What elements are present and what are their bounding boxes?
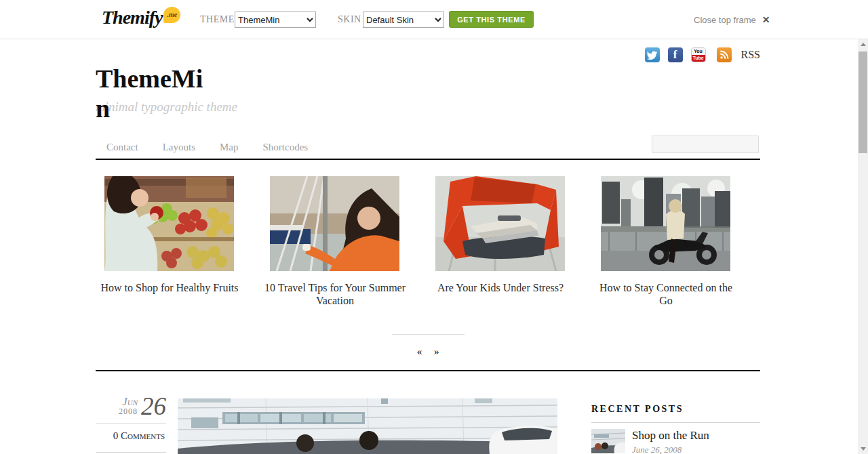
comments-label: Comments bbox=[121, 430, 165, 441]
motorcycle-city-illustration bbox=[601, 176, 730, 271]
post-title-link[interactable]: How to Shop for Healthy Fruits bbox=[98, 281, 241, 294]
post-thumbnail-woman-sailboat[interactable] bbox=[270, 176, 399, 271]
carousel-prev-button[interactable]: « bbox=[417, 346, 422, 357]
theme-select[interactable]: ThemeMin bbox=[235, 12, 316, 28]
themify-demo-page: Themify.me THEME ThemeMin SKIN Default S… bbox=[0, 0, 868, 454]
twitter-bird-glyph bbox=[647, 51, 657, 60]
nav-item-contact[interactable]: Contact bbox=[106, 142, 138, 153]
theme-preview-frame: f You Tube RSS ThemeMin minimal typograp… bbox=[0, 39, 858, 454]
carousel-pagination: « » bbox=[96, 346, 760, 358]
carousel-next-button[interactable]: » bbox=[434, 346, 439, 357]
down-triangle-icon bbox=[861, 447, 866, 451]
carousel-item: Are Your Kids Under Stress? bbox=[435, 176, 565, 294]
social-icons-row: f You Tube RSS bbox=[645, 47, 760, 62]
themify-logo[interactable]: Themify.me bbox=[102, 7, 179, 30]
post-date-year: 2008 bbox=[119, 407, 138, 416]
post-date: Jun 2008 26 bbox=[96, 394, 166, 419]
street-scene-thumb-illustration bbox=[591, 429, 625, 453]
nav-item-shortcodes[interactable]: Shortcodes bbox=[262, 142, 308, 153]
sidebar-divider bbox=[591, 422, 760, 423]
site-title-line2: n bbox=[96, 95, 110, 122]
building-illustration bbox=[178, 398, 557, 454]
site-tagline: minimal typographic theme bbox=[96, 100, 237, 115]
site-content: f You Tube RSS ThemeMin minimal typograp… bbox=[96, 39, 760, 454]
comments-count: 0 bbox=[113, 430, 119, 441]
recent-post-item: Shop on the Run June 26, 2008 bbox=[591, 429, 760, 454]
get-this-theme-button[interactable]: GET THIS THEME bbox=[449, 11, 534, 28]
themify-me-badge-icon: .me bbox=[163, 7, 180, 23]
recent-post-thumbnail[interactable] bbox=[591, 429, 625, 453]
post-title-link[interactable]: 10 Travel Tips for Your Summer Vacation bbox=[264, 281, 406, 307]
top-demo-bar: Themify.me THEME ThemeMin SKIN Default S… bbox=[0, 0, 868, 39]
carousel-item: How to Stay Connected on the Go bbox=[601, 176, 730, 307]
youtube-tube-glyph: Tube bbox=[692, 55, 705, 62]
post-thumbnail-woman-shopping-fruits[interactable] bbox=[104, 176, 234, 271]
facebook-f-glyph: f bbox=[673, 47, 677, 62]
section-divider bbox=[96, 370, 760, 371]
carousel-item: 10 Travel Tips for Your Summer Vacation bbox=[270, 176, 399, 307]
post-date-day: 26 bbox=[141, 394, 166, 419]
nav-item-map[interactable]: Map bbox=[220, 142, 239, 153]
close-top-frame-button[interactable]: Close top frame✕ bbox=[694, 14, 770, 25]
skin-label: SKIN bbox=[338, 14, 361, 25]
close-icon: ✕ bbox=[762, 14, 770, 25]
meta-divider bbox=[96, 452, 166, 453]
rss-icon[interactable] bbox=[717, 47, 732, 62]
red-chair-illustration bbox=[435, 176, 565, 271]
sailboat-illustration bbox=[270, 176, 399, 271]
carousel-item: How to Shop for Healthy Fruits bbox=[104, 176, 234, 294]
recent-post-title-link[interactable]: Shop on the Run bbox=[632, 429, 709, 442]
post-date-month-year: Jun 2008 bbox=[119, 394, 138, 416]
twitter-icon[interactable] bbox=[645, 47, 660, 62]
post-thumbnail-red-chair[interactable] bbox=[435, 176, 565, 271]
rss-waves-glyph bbox=[719, 50, 729, 60]
recent-posts-heading: RECENT POSTS bbox=[591, 404, 760, 415]
post-title-link[interactable]: How to Stay Connected on the Go bbox=[595, 281, 737, 307]
post-meta: Jun 2008 26 0 Comments bbox=[96, 394, 166, 453]
post-thumbnail-woman-motorcycle[interactable] bbox=[601, 176, 730, 271]
recent-post-body: Shop on the Run June 26, 2008 bbox=[632, 429, 709, 454]
fruits-illustration bbox=[104, 176, 234, 271]
theme-label: THEME bbox=[200, 14, 235, 25]
post-comments-link[interactable]: 0 Comments bbox=[96, 424, 166, 447]
facebook-icon[interactable]: f bbox=[668, 47, 683, 62]
site-title-line1: ThemeMi bbox=[96, 64, 203, 93]
youtube-icon[interactable]: You Tube bbox=[691, 47, 706, 62]
carousel-divider bbox=[392, 334, 465, 335]
nav-item-layouts[interactable]: Layouts bbox=[163, 142, 195, 153]
themify-logo-text: Themify bbox=[102, 7, 162, 28]
up-triangle-icon bbox=[861, 43, 866, 46]
youtube-you-glyph: You bbox=[692, 48, 705, 55]
rss-link[interactable]: RSS bbox=[741, 49, 760, 61]
skin-select[interactable]: Default Skin bbox=[363, 12, 444, 28]
scrollbar-up-arrow[interactable] bbox=[858, 39, 868, 49]
page-scrollbar[interactable] bbox=[858, 39, 868, 454]
post-title-link[interactable]: Are Your Kids Under Stress? bbox=[429, 281, 572, 294]
close-top-frame-label: Close top frame bbox=[694, 15, 756, 25]
post-date-month: Jun bbox=[119, 397, 138, 407]
site-title[interactable]: ThemeMin bbox=[96, 65, 203, 92]
post-featured-image-building[interactable] bbox=[178, 398, 557, 454]
search-input[interactable] bbox=[652, 136, 759, 153]
scrollbar-thumb[interactable] bbox=[859, 51, 867, 153]
recent-posts-widget: RECENT POSTS bbox=[591, 404, 760, 454]
scrollbar-down-arrow[interactable] bbox=[858, 444, 868, 454]
recent-post-date: June 26, 2008 bbox=[632, 445, 709, 454]
